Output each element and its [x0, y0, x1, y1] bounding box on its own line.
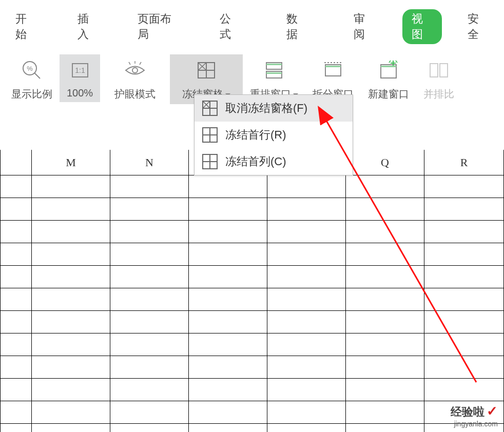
- menu-item-freeze-first-col[interactable]: 冻结首列(C): [195, 148, 353, 175]
- cell[interactable]: [32, 401, 110, 424]
- cell[interactable]: [267, 379, 346, 401]
- zoom-100-button[interactable]: 1:1 100%: [60, 54, 100, 102]
- cell[interactable]: [110, 243, 189, 266]
- cell[interactable]: [346, 175, 424, 198]
- cell[interactable]: [110, 175, 189, 198]
- cell[interactable]: [189, 175, 267, 198]
- tab-formula[interactable]: 公式: [209, 8, 251, 45]
- menu-item-unfreeze[interactable]: 取消冻结窗格(F): [195, 95, 353, 122]
- row-header[interactable]: [0, 401, 32, 424]
- side-by-side-button[interactable]: 并排比: [416, 54, 461, 104]
- cell[interactable]: [267, 356, 346, 379]
- row-header[interactable]: [0, 243, 32, 266]
- corner-header[interactable]: [0, 150, 32, 175]
- cell[interactable]: [267, 221, 346, 243]
- cell[interactable]: [424, 288, 504, 311]
- cell[interactable]: [189, 333, 267, 356]
- row-header[interactable]: [0, 175, 32, 198]
- row-header[interactable]: [0, 288, 32, 311]
- tab-start[interactable]: 开始: [5, 8, 47, 45]
- cell[interactable]: [32, 243, 110, 266]
- cell[interactable]: [346, 379, 424, 401]
- cell[interactable]: [267, 401, 346, 424]
- cell[interactable]: [424, 379, 504, 401]
- cell[interactable]: [110, 379, 189, 401]
- cell[interactable]: [189, 198, 267, 221]
- row-header[interactable]: [0, 379, 32, 401]
- cell[interactable]: [424, 311, 504, 333]
- cell[interactable]: [346, 221, 424, 243]
- cell[interactable]: [346, 356, 424, 379]
- cell[interactable]: [346, 266, 424, 288]
- cell[interactable]: [110, 356, 189, 379]
- cell[interactable]: [32, 311, 110, 333]
- cell[interactable]: [32, 198, 110, 221]
- cell[interactable]: [189, 221, 267, 243]
- cell[interactable]: [424, 401, 504, 424]
- cell[interactable]: [267, 311, 346, 333]
- cell[interactable]: [110, 311, 189, 333]
- cell[interactable]: [189, 356, 267, 379]
- cell[interactable]: [267, 198, 346, 221]
- cell[interactable]: [424, 221, 504, 243]
- tab-insert[interactable]: 插入: [67, 8, 109, 45]
- cell[interactable]: [110, 288, 189, 311]
- cell[interactable]: [346, 333, 424, 356]
- menu-item-freeze-top-row[interactable]: 冻结首行(R): [195, 122, 353, 148]
- tab-page-layout[interactable]: 页面布局: [127, 8, 190, 45]
- cell[interactable]: [424, 175, 504, 198]
- tab-data[interactable]: 数据: [276, 8, 318, 45]
- cell[interactable]: [110, 401, 189, 424]
- cell[interactable]: [346, 243, 424, 266]
- column-header-r[interactable]: R: [424, 150, 504, 175]
- cell[interactable]: [189, 379, 267, 401]
- cell[interactable]: [346, 401, 424, 424]
- tab-view[interactable]: 视图: [402, 9, 442, 44]
- row-header[interactable]: [0, 266, 32, 288]
- cell[interactable]: [32, 288, 110, 311]
- row-header[interactable]: [0, 356, 32, 379]
- cell[interactable]: [424, 266, 504, 288]
- cell[interactable]: [32, 424, 110, 432]
- cell[interactable]: [346, 311, 424, 333]
- spreadsheet-grid[interactable]: M N Q R: [0, 150, 504, 432]
- column-header-n[interactable]: N: [110, 150, 189, 175]
- cell[interactable]: [346, 288, 424, 311]
- cell[interactable]: [110, 266, 189, 288]
- row-header[interactable]: [0, 333, 32, 356]
- cell[interactable]: [32, 356, 110, 379]
- cell[interactable]: [346, 424, 424, 432]
- cell[interactable]: [424, 243, 504, 266]
- cell[interactable]: [189, 243, 267, 266]
- cell[interactable]: [189, 424, 267, 432]
- cell[interactable]: [189, 266, 267, 288]
- tab-review[interactable]: 审阅: [343, 8, 385, 45]
- cell[interactable]: [267, 175, 346, 198]
- cell[interactable]: [32, 333, 110, 356]
- cell[interactable]: [424, 333, 504, 356]
- new-window-button[interactable]: 新建窗口: [361, 54, 416, 104]
- cell[interactable]: [110, 198, 189, 221]
- cell[interactable]: [424, 356, 504, 379]
- cell[interactable]: [110, 221, 189, 243]
- eye-protection-button[interactable]: 护眼模式: [100, 54, 170, 104]
- cell[interactable]: [110, 333, 189, 356]
- cell[interactable]: [267, 288, 346, 311]
- cell[interactable]: [189, 401, 267, 424]
- cell[interactable]: [189, 288, 267, 311]
- cell[interactable]: [110, 424, 189, 432]
- zoom-ratio-button[interactable]: % 显示比例: [4, 54, 60, 104]
- cell[interactable]: [424, 424, 504, 432]
- row-header[interactable]: [0, 221, 32, 243]
- cell[interactable]: [267, 243, 346, 266]
- cell[interactable]: [32, 175, 110, 198]
- column-header-m[interactable]: M: [32, 150, 110, 175]
- row-header[interactable]: [0, 424, 32, 432]
- cell[interactable]: [189, 311, 267, 333]
- column-header-q[interactable]: Q: [346, 150, 424, 175]
- cell[interactable]: [346, 198, 424, 221]
- row-header[interactable]: [0, 311, 32, 333]
- cell[interactable]: [267, 424, 346, 432]
- cell[interactable]: [424, 198, 504, 221]
- cell[interactable]: [32, 379, 110, 401]
